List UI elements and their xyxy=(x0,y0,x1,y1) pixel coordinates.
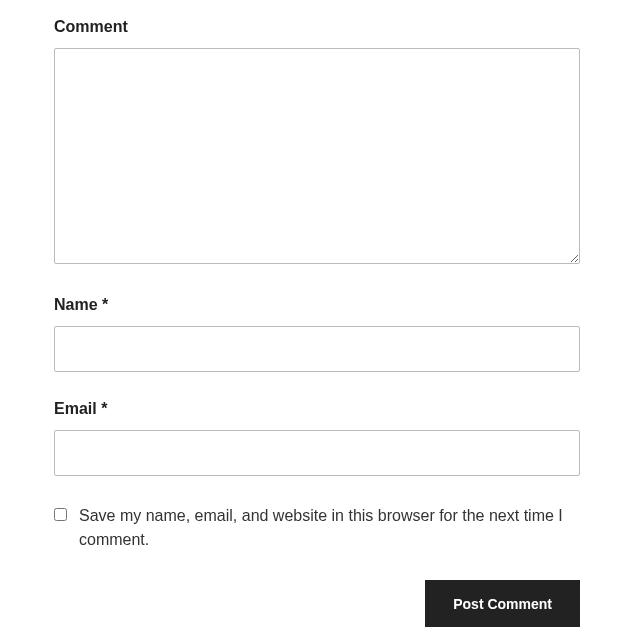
save-info-row: Save my name, email, and website in this… xyxy=(54,504,580,552)
email-input[interactable] xyxy=(54,430,580,476)
comment-label: Comment xyxy=(54,18,580,36)
save-info-label[interactable]: Save my name, email, and website in this… xyxy=(79,504,580,552)
comment-textarea[interactable] xyxy=(54,48,580,264)
comment-field-group: Comment xyxy=(54,18,580,268)
name-label: Name * xyxy=(54,296,580,314)
name-label-text: Name xyxy=(54,296,102,313)
email-label: Email * xyxy=(54,400,580,418)
name-field-group: Name * xyxy=(54,296,580,372)
email-required-asterisk: * xyxy=(101,400,107,417)
submit-row: Post Comment xyxy=(54,580,580,627)
name-input[interactable] xyxy=(54,326,580,372)
post-comment-button[interactable]: Post Comment xyxy=(425,580,580,627)
name-required-asterisk: * xyxy=(102,296,108,313)
email-label-text: Email xyxy=(54,400,101,417)
comment-form: Comment Name * Email * Save my name, ema… xyxy=(54,18,580,627)
save-info-checkbox[interactable] xyxy=(54,508,67,521)
email-field-group: Email * xyxy=(54,400,580,476)
